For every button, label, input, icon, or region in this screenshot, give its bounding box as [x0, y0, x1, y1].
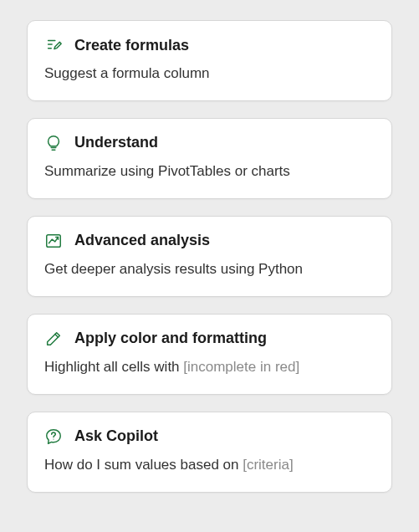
card-desc-text: Get deeper analysis results using Python	[44, 261, 303, 277]
card-desc: How do I sum values based on [criteria]	[44, 456, 375, 475]
card-desc-hint: [criteria]	[243, 457, 293, 473]
card-desc: Get deeper analysis results using Python	[44, 260, 375, 279]
card-ask-copilot[interactable]: Ask Copilot How do I sum values based on…	[27, 412, 392, 493]
svg-point-1	[53, 438, 54, 439]
suggestion-cards-panel: Create formulas Suggest a formula column…	[0, 0, 419, 513]
card-desc-text: How do I sum values based on	[44, 457, 243, 473]
card-desc: Summarize using PivotTables or charts	[44, 162, 375, 182]
card-desc-text: Suggest a formula column	[44, 65, 210, 81]
card-header: Apply color and formatting	[44, 330, 375, 348]
card-title: Ask Copilot	[74, 427, 158, 445]
lightbulb-icon	[44, 134, 63, 152]
card-desc-hint: [incomplete in red]	[183, 359, 299, 375]
card-desc: Suggest a formula column	[44, 64, 375, 84]
card-understand[interactable]: Understand Summarize using PivotTables o…	[27, 118, 392, 199]
card-desc-text: Summarize using PivotTables or charts	[44, 163, 290, 179]
formula-edit-icon	[44, 36, 63, 54]
card-desc: Highlight all cells with [incomplete in …	[44, 358, 375, 377]
card-title: Create formulas	[74, 37, 189, 54]
card-header: Understand	[44, 134, 375, 152]
question-chat-icon	[44, 427, 63, 446]
card-header: Ask Copilot	[44, 427, 375, 446]
card-title: Advanced analysis	[74, 232, 210, 249]
card-apply-formatting[interactable]: Apply color and formatting Highlight all…	[27, 314, 392, 395]
pencil-icon	[44, 330, 63, 348]
card-header: Advanced analysis	[44, 232, 375, 250]
card-create-formulas[interactable]: Create formulas Suggest a formula column	[27, 20, 392, 101]
analysis-icon	[44, 232, 63, 250]
card-advanced-analysis[interactable]: Advanced analysis Get deeper analysis re…	[27, 216, 392, 297]
card-title: Apply color and formatting	[74, 330, 267, 347]
card-header: Create formulas	[44, 36, 375, 54]
card-title: Understand	[74, 134, 158, 151]
card-desc-text: Highlight all cells with	[44, 359, 183, 375]
